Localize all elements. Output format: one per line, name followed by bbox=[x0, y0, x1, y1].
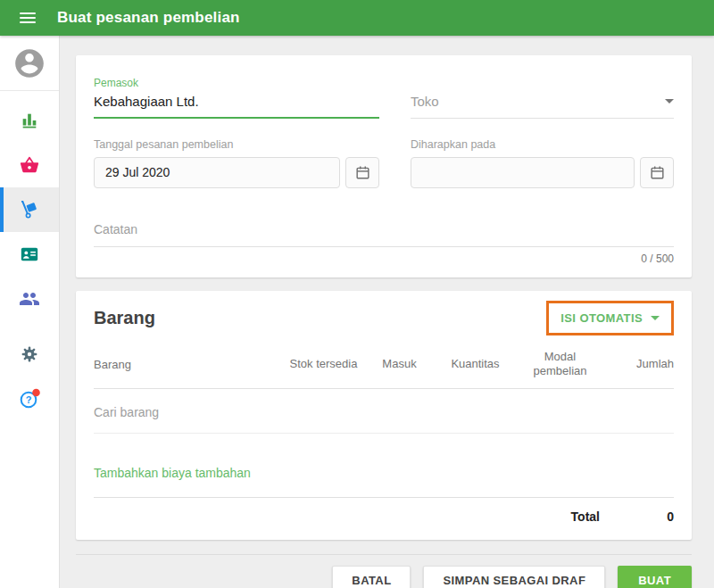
supplier-label: Pemasok bbox=[94, 77, 379, 89]
sidebar-item-settings[interactable] bbox=[0, 332, 59, 377]
main-content: Pemasok Kebahagiaan Ltd. Toko Tanggal pe… bbox=[60, 36, 714, 588]
column-header-kuantitas: Kuantitas bbox=[433, 357, 518, 371]
sidebar-item-suppliers[interactable] bbox=[0, 232, 59, 277]
notification-dot bbox=[32, 389, 40, 397]
help-icon: ? bbox=[18, 387, 41, 410]
create-button[interactable]: BUAT bbox=[618, 566, 692, 588]
add-extra-cost-link[interactable]: Tambahkan biaya tambahan bbox=[94, 466, 251, 480]
account-icon bbox=[12, 46, 46, 80]
app-header: Buat pesanan pembelian bbox=[0, 0, 714, 36]
expected-date-calendar-button[interactable] bbox=[640, 157, 674, 188]
items-table-header: Barang Stok tersedia Masuk Kuantitas Mod… bbox=[94, 341, 674, 389]
basket-icon bbox=[20, 155, 39, 175]
column-header-stok-tersedia: Stok tersedia bbox=[281, 357, 366, 371]
sidebar-item-sales[interactable] bbox=[0, 143, 59, 187]
menu-icon[interactable] bbox=[20, 12, 36, 23]
sidebar-item-statistics[interactable] bbox=[0, 98, 59, 143]
footer-actions: BATAL SIMPAN SEBAGAI DRAF BUAT bbox=[76, 554, 692, 588]
column-header-jumlah: Jumlah bbox=[602, 357, 674, 371]
bar-chart-icon bbox=[20, 111, 39, 130]
sidebar-item-purchase-orders[interactable] bbox=[0, 187, 59, 232]
people-icon bbox=[19, 288, 40, 310]
sidebar: ? bbox=[0, 36, 60, 588]
sidebar-item-customers[interactable] bbox=[0, 277, 59, 321]
contact-card-icon bbox=[20, 244, 39, 264]
page-title: Buat pesanan pembelian bbox=[57, 9, 240, 27]
svg-text:?: ? bbox=[26, 394, 32, 405]
items-section-title: Barang bbox=[94, 308, 155, 328]
total-value: 0 bbox=[600, 509, 674, 524]
cancel-button[interactable]: BATAL bbox=[332, 566, 411, 588]
column-header-masuk: Masuk bbox=[366, 357, 433, 371]
order-date-label: Tanggal pesanan pembelian bbox=[94, 138, 379, 151]
sidebar-item-help[interactable]: ? bbox=[0, 377, 59, 421]
search-item-input[interactable]: Cari barang bbox=[94, 405, 159, 419]
gear-icon bbox=[20, 344, 39, 364]
order-date-calendar-button[interactable] bbox=[345, 157, 379, 188]
trolley-icon bbox=[19, 199, 40, 220]
annotation-highlight: ISI OTOMATIS bbox=[546, 301, 674, 335]
total-row: Total 0 bbox=[94, 497, 674, 529]
autofill-button-label: ISI OTOMATIS bbox=[560, 311, 643, 325]
calendar-icon bbox=[649, 164, 666, 181]
items-card: Barang ISI OTOMATIS Barang Stok tersedia… bbox=[76, 291, 692, 540]
chevron-down-icon bbox=[665, 99, 674, 104]
expected-date-label: Diharapkan pada bbox=[411, 138, 674, 151]
notes-char-counter: 0 / 500 bbox=[94, 253, 674, 265]
autofill-button[interactable]: ISI OTOMATIS bbox=[560, 311, 660, 325]
expected-date-input[interactable] bbox=[411, 157, 635, 188]
column-header-barang: Barang bbox=[94, 358, 281, 371]
store-select[interactable]: Toko bbox=[411, 94, 674, 119]
notes-input[interactable]: Catatan bbox=[94, 222, 674, 247]
order-date-input[interactable]: 29 Jul 2020 bbox=[94, 157, 340, 188]
store-select-placeholder: Toko bbox=[411, 94, 439, 109]
sidebar-item-account[interactable] bbox=[0, 36, 59, 91]
column-header-modal-pembelian: Modal pembelian bbox=[518, 350, 602, 379]
total-label: Total bbox=[571, 509, 600, 524]
save-draft-button[interactable]: SIMPAN SEBAGAI DRAF bbox=[423, 566, 605, 588]
calendar-icon bbox=[354, 164, 371, 181]
supplier-input[interactable]: Kebahagiaan Ltd. bbox=[94, 94, 379, 119]
order-details-card: Pemasok Kebahagiaan Ltd. Toko Tanggal pe… bbox=[76, 55, 692, 277]
chevron-down-icon bbox=[651, 316, 660, 320]
